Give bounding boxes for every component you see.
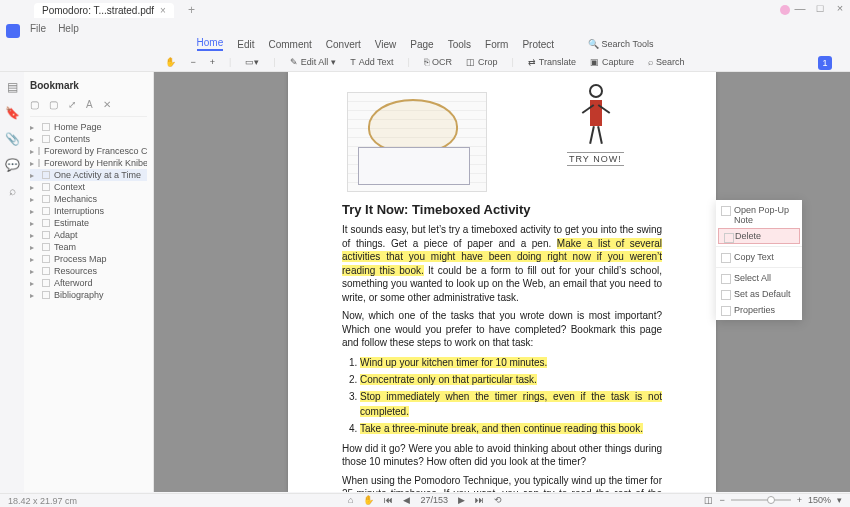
zoom-out-btn[interactable]: − <box>719 495 724 505</box>
user-avatar-icon[interactable] <box>780 5 790 15</box>
prev-page-icon[interactable]: ◀ <box>403 495 410 505</box>
zoom-in-btn[interactable]: + <box>797 495 802 505</box>
paragraph-1: It sounds easy, but let’s try a timeboxe… <box>342 223 662 304</box>
view-mode-icon[interactable]: ◫ <box>704 495 713 505</box>
context-set-default[interactable]: Set as Default <box>716 286 802 302</box>
tab-protect[interactable]: Protect <box>522 39 554 50</box>
thumbnail-panel-icon[interactable]: ▤ <box>7 80 18 94</box>
list-item: Concentrate only on that particular task… <box>360 372 662 387</box>
page-indicator[interactable]: 27/153 <box>420 495 448 505</box>
add-tab-button[interactable]: + <box>182 3 201 17</box>
section-heading: Try It Now: Timeboxed Activity <box>342 202 662 217</box>
timer-sketch-image <box>347 92 487 192</box>
search-panel-icon[interactable]: ⌕ <box>9 184 16 198</box>
bookmark-tool-icon[interactable]: ▢ <box>49 99 58 110</box>
bookmark-item[interactable]: ▸Process Map <box>30 253 147 265</box>
tab-tools[interactable]: Tools <box>448 39 471 50</box>
close-tab-icon[interactable]: × <box>160 5 166 16</box>
bookmark-expand-icon[interactable]: ⤢ <box>68 99 76 110</box>
steps-list: Wind up your kitchen timer for 10 minute… <box>360 355 662 436</box>
tab-view[interactable]: View <box>375 39 397 50</box>
person-sketch-image: TRY NOW! <box>547 82 657 192</box>
bookmark-item[interactable]: ▸Mechanics <box>30 193 147 205</box>
crop-button[interactable]: ◫ Crop <box>466 57 498 67</box>
rotate-icon[interactable]: ⟲ <box>494 495 502 505</box>
first-page-icon[interactable]: ⏮ <box>384 495 393 505</box>
bookmark-item[interactable]: ▸Interruptions <box>30 205 147 217</box>
tab-form[interactable]: Form <box>485 39 508 50</box>
edit-all-button[interactable]: ✎ Edit All ▾ <box>290 57 337 67</box>
capture-button[interactable]: ▣ Capture <box>590 57 634 67</box>
context-copy-text[interactable]: Copy Text <box>716 249 802 265</box>
bookmark-item[interactable]: ▸Team <box>30 241 147 253</box>
add-text-button[interactable]: T Add Text <box>350 57 393 67</box>
next-page-icon[interactable]: ▶ <box>458 495 465 505</box>
list-item: Wind up your kitchen timer for 10 minute… <box>360 355 662 370</box>
paragraph-2: Now, which one of the tasks that you wro… <box>342 309 662 350</box>
search-tools[interactable]: 🔍 Search Tools <box>588 39 653 49</box>
translate-button[interactable]: ⇄ Translate <box>528 57 576 67</box>
bookmark-item[interactable]: ▸Foreword by Francesco Cirillo <box>30 145 147 157</box>
bookmark-item[interactable]: ▸Context <box>30 181 147 193</box>
tab-convert[interactable]: Convert <box>326 39 361 50</box>
tab-title: Pomodoro: T...strated.pdf <box>42 5 154 16</box>
attachment-panel-icon[interactable]: 📎 <box>5 132 20 146</box>
fit-page-icon[interactable]: ⌂ <box>348 495 353 505</box>
select-tool-icon[interactable]: ▭▾ <box>245 57 259 67</box>
context-menu: Open Pop-Up Note Delete Copy Text Select… <box>716 200 802 320</box>
menu-file[interactable]: File <box>30 23 46 34</box>
bookmark-item[interactable]: ▸Foreword by Henrik Kniberg <box>30 157 147 169</box>
tab-edit[interactable]: Edit <box>237 39 254 50</box>
maximize-button[interactable]: □ <box>814 2 826 14</box>
last-page-icon[interactable]: ⏭ <box>475 495 484 505</box>
menu-help[interactable]: Help <box>58 23 79 34</box>
bookmark-item[interactable]: ▸Home Page <box>30 121 147 133</box>
bookmark-add-icon[interactable]: ▢ <box>30 99 39 110</box>
status-dimensions: 18.42 x 21.97 cm <box>8 496 77 506</box>
tab-home[interactable]: Home <box>197 37 224 51</box>
bookmark-panel-icon[interactable]: 🔖 <box>5 106 20 120</box>
bookmark-item[interactable]: ▸Adapt <box>30 229 147 241</box>
app-logo-icon <box>6 24 20 38</box>
bookmark-item[interactable]: ▸Contents <box>30 133 147 145</box>
document-tab[interactable]: Pomodoro: T...strated.pdf × <box>34 3 174 18</box>
hand-tool-icon[interactable]: ✋ <box>165 57 176 67</box>
zoom-level[interactable]: 150% <box>808 495 831 505</box>
search-button[interactable]: ⌕ Search <box>648 57 685 67</box>
zoom-slider[interactable] <box>731 499 791 501</box>
page-illustration: TRY NOW! <box>342 72 662 192</box>
tab-page[interactable]: Page <box>410 39 433 50</box>
document-page: TRY NOW! Try It Now: Timeboxed Activity … <box>288 72 716 492</box>
tab-comment[interactable]: Comment <box>268 39 311 50</box>
try-now-label: TRY NOW! <box>567 152 624 166</box>
right-panel-badge[interactable]: 1 <box>818 56 832 70</box>
context-open-popup[interactable]: Open Pop-Up Note <box>716 202 802 228</box>
list-item: Stop immediately when the timer rings, e… <box>360 389 662 419</box>
bookmark-more-icon[interactable]: ✕ <box>103 99 111 110</box>
context-properties[interactable]: Properties <box>716 302 802 318</box>
comment-panel-icon[interactable]: 💬 <box>5 158 20 172</box>
bookmark-text-icon[interactable]: A <box>86 99 93 110</box>
bookmark-item[interactable]: ▸Afterword <box>30 277 147 289</box>
bookmark-item[interactable]: ▸One Activity at a Time <box>30 169 147 181</box>
close-button[interactable]: × <box>834 2 846 14</box>
zoom-in-icon[interactable]: + <box>210 57 215 67</box>
paragraph-3: How did it go? Were you able to avoid th… <box>342 442 662 469</box>
bookmark-panel-title: Bookmark <box>30 76 147 95</box>
zoom-dropdown-icon[interactable]: ▾ <box>837 495 842 505</box>
ocr-button[interactable]: ⎘ OCR <box>424 57 452 67</box>
context-delete[interactable]: Delete <box>718 228 800 244</box>
minimize-button[interactable]: — <box>794 2 806 14</box>
list-item: Take a three-minute break, and then cont… <box>360 421 662 436</box>
bookmark-list: ▸Home Page▸Contents▸Foreword by Francesc… <box>30 121 147 301</box>
bookmark-item[interactable]: ▸Bibliography <box>30 289 147 301</box>
bookmark-item[interactable]: ▸Estimate <box>30 217 147 229</box>
bookmark-item[interactable]: ▸Resources <box>30 265 147 277</box>
context-select-all[interactable]: Select All <box>716 270 802 286</box>
hand-icon[interactable]: ✋ <box>363 495 374 505</box>
paragraph-4: When using the Pomodoro Technique, you t… <box>342 474 662 493</box>
zoom-out-icon[interactable]: − <box>190 57 195 67</box>
